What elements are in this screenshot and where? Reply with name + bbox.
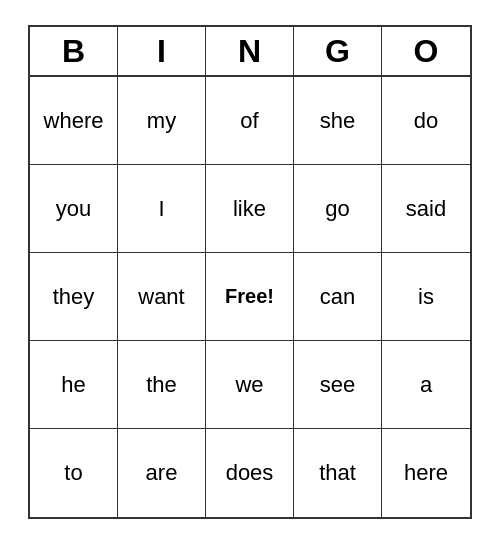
bingo-row: youIlikegosaid [30, 165, 470, 253]
bingo-cell[interactable]: of [206, 77, 294, 165]
bingo-cell[interactable]: I [118, 165, 206, 253]
bingo-cell[interactable]: the [118, 341, 206, 429]
bingo-cell[interactable]: that [294, 429, 382, 517]
bingo-cell[interactable]: go [294, 165, 382, 253]
header-letter: B [30, 27, 118, 77]
bingo-header: BINGO [30, 27, 470, 77]
bingo-cell[interactable]: do [382, 77, 470, 165]
bingo-cell[interactable]: can [294, 253, 382, 341]
bingo-grid: wheremyofshedoyouIlikegosaidtheywantFree… [30, 77, 470, 517]
bingo-cell[interactable]: Free! [206, 253, 294, 341]
bingo-cell[interactable]: where [30, 77, 118, 165]
header-letter: N [206, 27, 294, 77]
bingo-cell[interactable]: want [118, 253, 206, 341]
bingo-row: toaredoesthathere [30, 429, 470, 517]
bingo-cell[interactable]: are [118, 429, 206, 517]
bingo-cell[interactable]: she [294, 77, 382, 165]
header-letter: O [382, 27, 470, 77]
bingo-cell[interactable]: they [30, 253, 118, 341]
bingo-cell[interactable]: he [30, 341, 118, 429]
bingo-cell[interactable]: like [206, 165, 294, 253]
bingo-cell[interactable]: said [382, 165, 470, 253]
header-letter: G [294, 27, 382, 77]
bingo-card: BINGO wheremyofshedoyouIlikegosaidtheywa… [28, 25, 472, 519]
bingo-cell[interactable]: a [382, 341, 470, 429]
bingo-cell[interactable]: does [206, 429, 294, 517]
bingo-cell[interactable]: you [30, 165, 118, 253]
bingo-cell[interactable]: here [382, 429, 470, 517]
bingo-cell[interactable]: is [382, 253, 470, 341]
bingo-row: theywantFree!canis [30, 253, 470, 341]
bingo-row: wheremyofshedo [30, 77, 470, 165]
bingo-cell[interactable]: to [30, 429, 118, 517]
header-letter: I [118, 27, 206, 77]
bingo-row: hetheweseea [30, 341, 470, 429]
bingo-cell[interactable]: we [206, 341, 294, 429]
bingo-cell[interactable]: my [118, 77, 206, 165]
bingo-cell[interactable]: see [294, 341, 382, 429]
